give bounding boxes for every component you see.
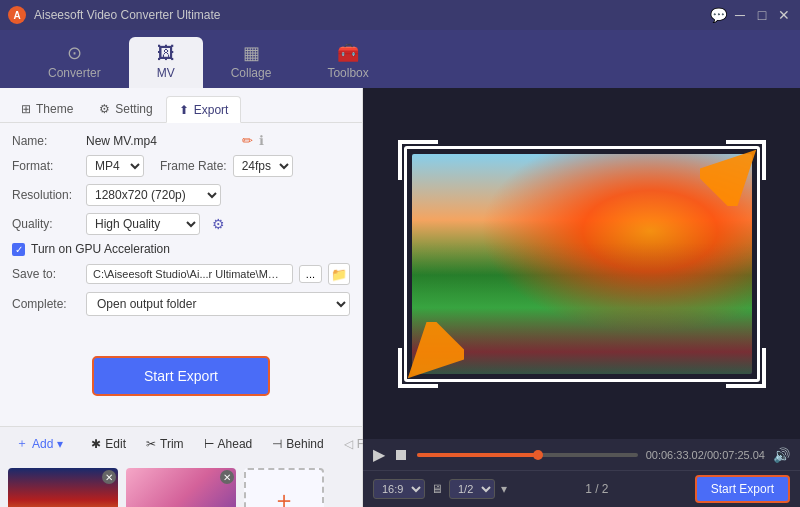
current-time: 00:06:33.02 [646, 449, 704, 461]
svg-marker-0 [700, 136, 770, 206]
video-frame [412, 154, 752, 374]
save-label: Save to: [12, 267, 80, 281]
ahead-icon: ⊢ [204, 437, 214, 451]
quality-label: Quality: [12, 217, 80, 231]
sub-tabs: ⊞ Theme ⚙ Setting ⬆ Export [0, 88, 362, 123]
thumbnail-2[interactable]: ✕ [126, 468, 236, 507]
sub-tab-setting[interactable]: ⚙ Setting [86, 96, 165, 122]
corner-br [726, 348, 766, 388]
tab-toolbox[interactable]: 🧰 Toolbox [299, 36, 396, 88]
deco-arrow-bl [394, 322, 464, 392]
complete-row: Complete: Open output folder Do nothing [12, 292, 350, 316]
edit-star-icon: ✱ [91, 437, 101, 451]
thumb-2-close[interactable]: ✕ [220, 470, 234, 484]
start-export-right-button[interactable]: Start Export [695, 475, 790, 503]
folder-icon-button[interactable]: 📁 [328, 263, 350, 285]
title-bar: A Aiseesoft Video Converter Ultimate 💬 ─… [0, 0, 800, 30]
tab-collage[interactable]: ▦ Collage [203, 36, 300, 88]
gpu-row: ✓ Turn on GPU Acceleration [12, 242, 350, 256]
export-icon: ⬆ [179, 103, 189, 117]
export-form: Name: ✏ ℹ Format: MP4 AVI MOV Frame Rate… [0, 123, 362, 326]
thumbnail-1[interactable]: ✕ ▶ 🔊 ✂ [8, 468, 118, 507]
thumb-1-close[interactable]: ✕ [102, 470, 116, 484]
total-time: 00:07:25.04 [707, 449, 765, 461]
play-button[interactable]: ▶ [373, 445, 385, 464]
forward-icon: ◁ [344, 437, 353, 451]
tab-converter[interactable]: ⊙ Converter [20, 36, 129, 88]
setting-icon: ⚙ [99, 102, 110, 116]
stop-button[interactable]: ⏹ [393, 446, 409, 464]
resolution-label: Resolution: [12, 188, 80, 202]
corner-tl [398, 140, 438, 180]
gpu-label: Turn on GPU Acceleration [31, 242, 170, 256]
aspect-ratio-icon: 🖥 [431, 482, 443, 496]
maximize-button[interactable]: □ [754, 7, 770, 23]
chat-icon[interactable]: 💬 [710, 7, 726, 23]
framerate-label: Frame Rate: [160, 159, 227, 173]
video-preview [363, 88, 800, 439]
quality-select[interactable]: High Quality Medium Quality Low Quality [86, 213, 200, 235]
player-controls: ▶ ⏹ 00:06:33.02/00:07:25.04 🔊 [363, 439, 800, 470]
tab-mv-label: MV [157, 66, 175, 80]
page-select[interactable]: 1/2 2/2 [449, 479, 495, 499]
behind-button[interactable]: ⊣ Behind [264, 433, 331, 455]
ahead-button[interactable]: ⊢ Ahead [196, 433, 261, 455]
format-row: Format: MP4 AVI MOV Frame Rate: 24fps 30… [12, 155, 350, 177]
resolution-row: Resolution: 1280x720 (720p) 1920x1080 (1… [12, 184, 350, 206]
edit-button[interactable]: ✱ Edit [83, 433, 134, 455]
bottom-toolbar: ＋ Add ▾ ✱ Edit ✂ Trim ⊢ Ahead ⊣ Behind [0, 426, 362, 460]
quality-row: Quality: High Quality Medium Quality Low… [12, 213, 350, 235]
add-icon: ＋ [16, 435, 28, 452]
toolbox-icon: 🧰 [337, 42, 359, 64]
complete-select[interactable]: Open output folder Do nothing [86, 292, 350, 316]
thumbnail-strip: ✕ ▶ 🔊 ✂ ✕ ＋ [0, 460, 362, 507]
complete-label: Complete: [12, 297, 80, 311]
add-button[interactable]: ＋ Add ▾ [8, 431, 71, 456]
player-controls2: 16:9 4:3 1:1 🖥 1/2 2/2 ▾ 1 / 2 Start Exp… [363, 470, 800, 507]
edit-icon[interactable]: ✏ [242, 133, 253, 148]
quality-settings-icon[interactable]: ⚙ [212, 216, 225, 232]
minimize-button[interactable]: ─ [732, 7, 748, 23]
page-indicator: 1 / 2 [585, 482, 608, 496]
sub-tab-export-label: Export [194, 103, 229, 117]
tab-converter-label: Converter [48, 66, 101, 80]
save-row: Save to: C:\Aiseesoft Studio\Ai...r Ulti… [12, 263, 350, 285]
sub-tab-export[interactable]: ⬆ Export [166, 96, 242, 123]
app-title: Aiseesoft Video Converter Ultimate [34, 8, 710, 22]
window-controls: 💬 ─ □ ✕ [710, 7, 792, 23]
resolution-select[interactable]: 1280x720 (720p) 1920x1080 (1080p) 3840x2… [86, 184, 221, 206]
collage-icon: ▦ [243, 42, 260, 64]
converter-icon: ⊙ [67, 42, 82, 64]
path-dots-button[interactable]: ... [299, 265, 322, 283]
format-select[interactable]: MP4 AVI MOV [86, 155, 144, 177]
mv-icon: 🖼 [157, 43, 175, 64]
add-thumbnail-button[interactable]: ＋ [244, 468, 324, 507]
export-button-area: Start Export [0, 326, 362, 426]
framerate-select[interactable]: 24fps 30fps 60fps [233, 155, 293, 177]
info-icon[interactable]: ℹ [259, 133, 264, 148]
deco-arrow-tr [700, 136, 770, 206]
volume-icon[interactable]: 🔊 [773, 447, 790, 463]
svg-marker-1 [394, 322, 464, 392]
sub-tab-theme[interactable]: ⊞ Theme [8, 96, 86, 122]
close-button[interactable]: ✕ [776, 7, 792, 23]
right-panel: ▶ ⏹ 00:06:33.02/00:07:25.04 🔊 16:9 4:3 1… [363, 88, 800, 507]
app-logo: A [8, 6, 26, 24]
start-export-main-button[interactable]: Start Export [92, 356, 270, 396]
aspect-ratio-select[interactable]: 16:9 4:3 1:1 [373, 479, 425, 499]
format-label: Format: [12, 159, 80, 173]
name-label: Name: [12, 134, 80, 148]
main-content: ⊞ Theme ⚙ Setting ⬆ Export Name: ✏ ℹ [0, 88, 800, 507]
gpu-checkbox[interactable]: ✓ [12, 243, 25, 256]
page-chevron-icon: ▾ [501, 482, 507, 496]
sub-tab-theme-label: Theme [36, 102, 73, 116]
save-path-display: C:\Aiseesoft Studio\Ai...r Ultimate\MV E… [86, 264, 293, 284]
tab-mv[interactable]: 🖼 MV [129, 37, 203, 88]
name-row: Name: ✏ ℹ [12, 133, 350, 148]
trim-button[interactable]: ✂ Trim [138, 433, 192, 455]
time-display: 00:06:33.02/00:07:25.04 [646, 449, 765, 461]
behind-icon: ⊣ [272, 437, 282, 451]
progress-bar[interactable] [417, 453, 638, 457]
name-input[interactable] [86, 134, 236, 148]
sub-tab-setting-label: Setting [115, 102, 152, 116]
